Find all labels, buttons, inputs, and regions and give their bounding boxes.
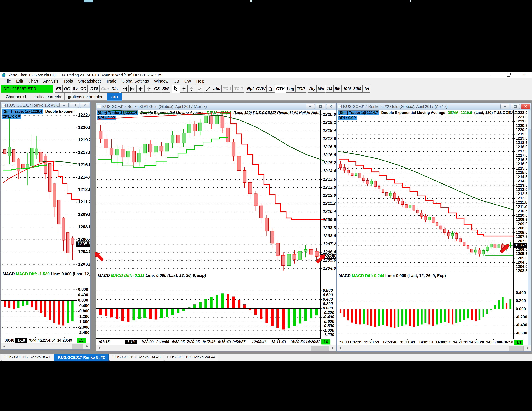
scroll-left-button[interactable] xyxy=(338,346,343,351)
toolbar-ray-icon[interactable] xyxy=(204,85,212,93)
toolbar-button-30m[interactable]: 30M xyxy=(352,85,362,93)
scroll-right-button[interactable] xyxy=(525,346,530,351)
toolbar-button-top[interactable]: TOP xyxy=(295,85,306,93)
menu-item-file[interactable]: File xyxy=(2,79,14,84)
scroll-thumb[interactable] xyxy=(311,346,329,351)
close-button[interactable]: × xyxy=(522,73,527,77)
toolbar-button-dly[interactable]: Dly xyxy=(308,85,317,93)
toolbar-ruler-icon[interactable] xyxy=(188,85,196,93)
window-minimize-button[interactable] xyxy=(59,103,68,108)
time-axis[interactable]: 08:481-189:44:4512:54:5414:23:4915 xyxy=(5,337,86,343)
v-scrollbar[interactable] xyxy=(528,110,531,346)
toolbar-trendline-icon[interactable] xyxy=(196,85,204,93)
price-axis-label: 1220.5 xyxy=(516,123,527,128)
macd-bar xyxy=(160,308,163,318)
toolbar-button-log[interactable]: Log xyxy=(285,85,295,93)
toolbar-width-icon[interactable] xyxy=(121,85,129,93)
toolbar-button-cvw[interactable]: CVW xyxy=(255,85,267,93)
toolbar-button-abc[interactable]: abc xyxy=(212,85,221,93)
chart-window-titlebar[interactable]: F.US.GCEJ17 Renko 8t #1 Gold (Globex): A… xyxy=(96,103,336,110)
menu-item-analysis[interactable]: Analysis xyxy=(41,79,61,84)
menu-item-cw[interactable]: CW xyxy=(182,79,194,84)
chart-canvas-2[interactable]: MACD MACD Diff: -0.311 Line: 0.000 (Last… xyxy=(96,110,336,345)
scroll-right-button[interactable] xyxy=(84,344,89,349)
chartbook-tab-oro[interactable]: oro xyxy=(107,93,122,100)
price-axis-label: 1204.0 xyxy=(516,264,527,269)
toolbar-pointer-icon[interactable] xyxy=(172,85,180,93)
scroll-left-button[interactable] xyxy=(2,344,7,349)
menu-item-help[interactable]: Help xyxy=(194,79,207,84)
candle-body xyxy=(149,144,152,152)
window-restore-button[interactable] xyxy=(70,103,79,108)
menu-item-global-settings[interactable]: Global Settings xyxy=(119,79,152,84)
toolbar-button-rpl[interactable]: Rpl xyxy=(246,85,255,93)
menu-item-tools[interactable]: Tools xyxy=(61,79,76,84)
toolbar-button-oc[interactable]: OC xyxy=(63,85,71,93)
time-axis[interactable]: :28:1111:37:1512:29:5912:53:4813:11:4314… xyxy=(339,339,523,345)
toolbar-width2-icon[interactable] xyxy=(129,85,137,93)
scroll-right-button[interactable] xyxy=(330,346,336,350)
chart-tab-1[interactable]: F.US.GCEJ17 Renko 8t #1 xyxy=(1,354,53,361)
toolbar-button-10m[interactable]: 10M xyxy=(342,85,352,93)
scroll-left-button[interactable] xyxy=(97,346,102,350)
toolbar-button-ctv[interactable]: CTV xyxy=(275,85,285,93)
window-restore-button[interactable] xyxy=(316,104,325,109)
price-axis[interactable]: 1220.01219.21218.41217.61216.81216.01215… xyxy=(321,112,336,337)
chart-window-titlebar[interactable]: F.US.GCEJ17 Renko 16t #3 Gold (...✕ xyxy=(1,102,90,109)
chart-window-titlebar[interactable]: F.US.GCEJ17 Renko 5t #2 Gold (Globex): A… xyxy=(337,103,531,110)
menu-item-chart[interactable]: Chart xyxy=(26,79,41,84)
toolbar-button-cc[interactable]: CC xyxy=(79,85,87,93)
window-close-button[interactable]: ✕ xyxy=(521,104,530,109)
chartbook-tab-graficas-de-petroleo[interactable]: graficas de petroleo xyxy=(65,93,107,100)
toolbar-grid-plus-icon[interactable]: TW xyxy=(267,85,275,93)
time-axis[interactable]: :01:151-181:22:332:19:584:52:257:20:358:… xyxy=(99,339,330,345)
menu-item-window[interactable]: Window xyxy=(152,79,171,84)
menu-item-cb[interactable]: CB xyxy=(171,79,182,84)
price-axis[interactable]: 1222.01221.51221.01220.51220.01219.51219… xyxy=(514,110,527,335)
time-axis-label: 2:19:58 xyxy=(156,340,169,344)
chart-tab-2[interactable]: F.US.GCEJ17 Renko 5t #2 xyxy=(54,354,108,361)
chart-tab-3[interactable]: F.US.GCEJ17 Renko 16t #3 xyxy=(109,354,164,361)
window-close-button[interactable]: ✕ xyxy=(80,103,89,108)
toolbar-squeeze-icon[interactable] xyxy=(137,85,145,93)
menu-item-spreadsheet[interactable]: Spreadsheet xyxy=(76,79,104,84)
h-scrollbar[interactable] xyxy=(337,345,531,351)
ray-icon xyxy=(205,86,211,92)
restore-button[interactable] xyxy=(506,73,511,77)
toolbar-button-1h[interactable]: 1H xyxy=(362,85,370,93)
chartbook-tab-grafica-correcta[interactable]: grafica correcta xyxy=(30,93,65,100)
macd-bar xyxy=(221,293,224,308)
toolbar-button-fs[interactable]: FS xyxy=(55,85,63,93)
toolbar-button-cs[interactable]: CS xyxy=(153,85,161,93)
toolbar-button-sv[interactable]: Sv xyxy=(71,85,79,93)
chartbook-tab-chartbook1[interactable]: Chartbook1 xyxy=(3,93,30,100)
menu-item-trade[interactable]: Trade xyxy=(104,79,119,84)
toolbar-button-we[interactable]: We xyxy=(317,85,325,93)
window-close-button[interactable]: ✕ xyxy=(326,104,335,109)
macd-bar xyxy=(67,300,69,323)
macd-bar xyxy=(49,300,51,320)
chart-canvas-1[interactable]: MACD MACD Diff: -1.539 Line: 0.000 (Last… xyxy=(1,108,90,344)
menu-item-edit[interactable]: Edit xyxy=(14,79,26,84)
minimize-button[interactable] xyxy=(490,73,495,77)
price-axis-label: 1206.4 xyxy=(78,237,90,242)
scroll-thumb[interactable] xyxy=(509,346,524,351)
toolbar-button-1m[interactable]: 1M xyxy=(325,85,333,93)
toolbar-crosshair-icon[interactable] xyxy=(180,85,188,93)
chart-canvas-3[interactable]: MACD MACD Diff: 0.244 Line: 0.000 (Last,… xyxy=(337,110,528,346)
window-minimize-button[interactable] xyxy=(306,104,315,109)
toolbar-squeeze2-icon[interactable] xyxy=(145,85,153,93)
price-axis[interactable]: 1222.41220.81219.21217.61216.01214.41212… xyxy=(76,113,90,335)
h-scrollbar[interactable] xyxy=(96,345,336,351)
h-scrollbar[interactable] xyxy=(1,343,90,349)
toolbar-button-dis[interactable]: Dis xyxy=(110,85,119,93)
time-axis-label: 9:16:43 xyxy=(218,340,231,344)
toolbar-button-sw[interactable]: SW xyxy=(161,85,170,93)
window-minimize-button[interactable] xyxy=(500,104,509,109)
scroll-thumb[interactable] xyxy=(72,344,83,349)
toolbar-button-dts[interactable]: DTS xyxy=(89,85,100,93)
window-restore-button[interactable] xyxy=(511,104,520,109)
toolbar-button-5m[interactable]: 5M xyxy=(333,85,342,93)
v-scroll-thumb[interactable] xyxy=(528,129,531,190)
chart-tab-4[interactable]: F.US.GCEJ17 Renko 24t #4 xyxy=(164,354,218,361)
